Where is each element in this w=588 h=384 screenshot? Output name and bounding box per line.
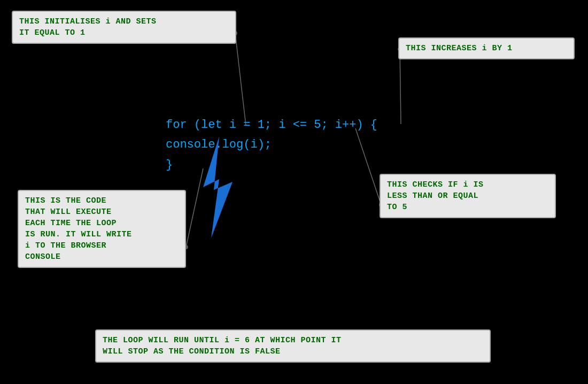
annotation-initialise-text: THIS INITIALISES i AND SETS IT EQUAL TO … [19, 17, 157, 37]
lightning-bolt [184, 136, 246, 241]
annotation-checks-text: THIS CHECKS IF i IS LESS THAN OR EQUAL T… [387, 180, 484, 212]
annotation-initialise: THIS INITIALISES i AND SETS IT EQUAL TO … [12, 11, 236, 44]
bolt-svg [184, 136, 246, 238]
svg-line-2 [400, 49, 401, 124]
annotation-code-body: THIS IS THE CODE THAT WILL EXECUTE EACH … [18, 190, 186, 268]
annotation-checks: THIS CHECKS IF i IS LESS THAN OR EQUAL T… [380, 174, 556, 218]
annotation-code-body-text: THIS IS THE CODE THAT WILL EXECUTE EACH … [25, 196, 132, 262]
annotation-loop-end-text: THE LOOP WILL RUN UNTIL i = 6 AT WHICH P… [103, 336, 342, 356]
code-line-1: for (let i = 1; i <= 5; i++) { [166, 115, 377, 135]
annotation-increases: THIS INCREASES i BY 1 [398, 37, 575, 59]
annotation-increases-text: THIS INCREASES i BY 1 [406, 44, 513, 53]
annotation-loop-end: THE LOOP WILL RUN UNTIL i = 6 AT WHICH P… [95, 329, 491, 363]
svg-marker-8 [203, 136, 233, 238]
svg-line-0 [235, 33, 246, 126]
